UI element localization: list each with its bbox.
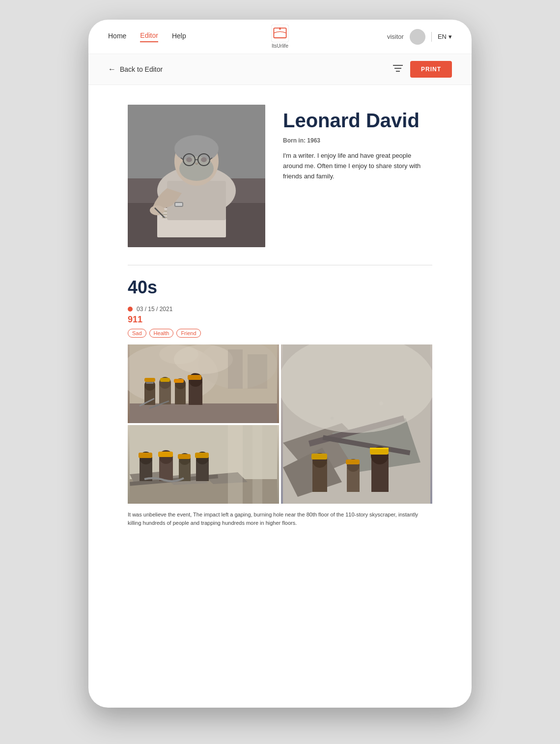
profile-info: Leonard David Born in: 1963 I'm a writer…: [283, 105, 432, 247]
main-content: Leonard David Born in: 1963 I'm a writer…: [88, 85, 472, 546]
nav-logo: ItsUrlife: [271, 25, 289, 49]
svg-rect-54: [248, 354, 267, 389]
entry-caption: It was unbelieve the event, The impact l…: [128, 511, 432, 527]
svg-rect-53: [228, 349, 243, 389]
photo-grid: [128, 344, 432, 504]
toolbar: ← Back to Editor PRINT: [88, 54, 472, 85]
filter-icon[interactable]: [392, 64, 403, 75]
entry-tags: Sad Health Friend: [128, 329, 432, 338]
profile-bio: I'm a writer. I enjoy life and have grea…: [283, 151, 432, 181]
svg-rect-69: [311, 454, 327, 459]
photo-cell-2: [281, 344, 432, 504]
svg-rect-48: [188, 375, 201, 380]
nav-links: Home Editor Help: [108, 31, 186, 42]
svg-rect-42: [160, 378, 170, 382]
logo-text: ItsUrlife: [272, 43, 288, 49]
back-arrow-icon: ←: [108, 65, 116, 74]
lang-selector[interactable]: EN ▾: [438, 33, 452, 40]
nav-help[interactable]: Help: [172, 32, 186, 42]
svg-rect-66: [370, 448, 389, 449]
nav-divider: [431, 32, 432, 42]
logo-icon: [271, 25, 289, 42]
visitor-label: visitor: [387, 33, 404, 40]
svg-rect-30: [175, 203, 182, 206]
svg-point-24: [186, 157, 192, 162]
main-nav: Home Editor Help ItsUrlife visitor EN ▾: [88, 20, 472, 54]
tag-friend: Friend: [176, 329, 200, 338]
tag-sad: Sad: [128, 329, 146, 338]
toolbar-right: PRINT: [392, 61, 452, 78]
entry-meta: 03 / 15 / 2021: [128, 306, 432, 313]
nav-home[interactable]: Home: [108, 32, 126, 42]
entry-title: 911: [128, 315, 432, 325]
back-label: Back to Editor: [120, 65, 163, 73]
lang-arrow: ▾: [448, 33, 452, 40]
svg-point-75: [307, 432, 308, 434]
nav-right: visitor EN ▾: [387, 29, 452, 45]
svg-rect-39: [144, 378, 155, 382]
profile-photo: [128, 105, 265, 247]
svg-point-62: [281, 344, 432, 433]
print-button[interactable]: PRINT: [410, 61, 452, 78]
svg-point-74: [379, 401, 383, 405]
svg-rect-94: [195, 453, 209, 458]
born-label: Born in: 1963: [283, 137, 320, 144]
tag-health: Health: [149, 329, 174, 338]
svg-rect-72: [346, 459, 360, 464]
profile-section: Leonard David Born in: 1963 I'm a writer…: [128, 105, 432, 247]
section-divider: [128, 265, 432, 265]
app-frame: Home Editor Help ItsUrlife visitor EN ▾: [88, 20, 472, 708]
svg-point-52: [159, 344, 198, 364]
profile-born: Born in: 1963: [283, 137, 432, 144]
entry-dot-icon: [128, 307, 133, 312]
svg-rect-96: [252, 425, 262, 504]
svg-rect-91: [178, 454, 191, 459]
photo-cell-1: [128, 344, 279, 423]
decade-section: 40s 03 / 15 / 2021 911 Sad Health Friend: [128, 277, 432, 527]
svg-rect-35: [130, 403, 277, 423]
decade-label: 40s: [128, 277, 432, 298]
svg-point-73: [331, 417, 334, 420]
avatar: [410, 29, 425, 45]
entry-date: 03 / 15 / 2021: [137, 306, 172, 313]
svg-rect-88: [158, 452, 173, 457]
svg-rect-85: [139, 453, 152, 458]
svg-rect-95: [228, 425, 243, 504]
photo-cell-3: [128, 425, 279, 504]
svg-rect-45: [174, 379, 184, 383]
back-to-editor-button[interactable]: ← Back to Editor: [108, 65, 163, 74]
lang-label: EN: [438, 33, 447, 40]
profile-photo-svg: [128, 105, 265, 247]
nav-editor[interactable]: Editor: [140, 31, 158, 42]
svg-point-25: [201, 157, 207, 162]
profile-name: Leonard David: [283, 110, 432, 131]
